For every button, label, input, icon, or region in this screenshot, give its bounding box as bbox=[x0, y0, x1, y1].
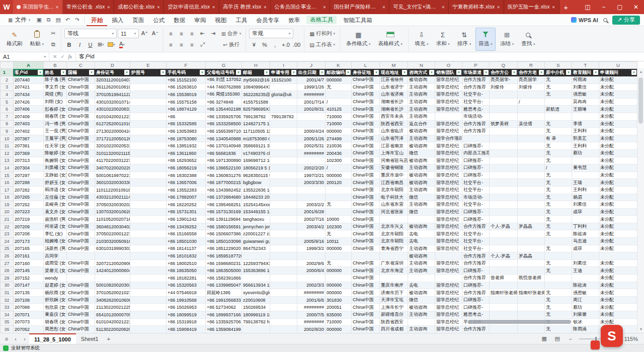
cell[interactable] bbox=[490, 216, 518, 223]
menu-item[interactable]: 公式 bbox=[148, 14, 169, 26]
header-cell[interactable]: 护照号▾ bbox=[130, 69, 167, 76]
filter-icon[interactable]: ▾ bbox=[374, 70, 379, 75]
cell[interactable] bbox=[130, 113, 167, 120]
cell[interactable] bbox=[270, 142, 297, 150]
scroll-up-icon[interactable]: ▲ bbox=[637, 68, 644, 75]
cell[interactable]: 未分配 bbox=[599, 171, 637, 179]
cell[interactable]: 留学总经纪 bbox=[435, 230, 462, 238]
formula-input[interactable]: 客户id bbox=[76, 53, 98, 60]
cell[interactable] bbox=[130, 135, 167, 142]
header-cell[interactable]: 现在地址▾ bbox=[380, 69, 408, 76]
cell[interactable] bbox=[130, 120, 167, 128]
cell[interactable] bbox=[130, 267, 167, 275]
cell[interactable] bbox=[270, 267, 297, 275]
column-header[interactable]: S bbox=[545, 62, 572, 69]
cell[interactable] bbox=[270, 230, 297, 238]
zoom-level[interactable]: 115% bbox=[624, 336, 638, 342]
cell[interactable]: 361126200108101416 bbox=[95, 83, 130, 91]
cell[interactable]: 留学总经纪 bbox=[435, 311, 462, 319]
cell[interactable]: +86 18101832 bbox=[167, 252, 206, 260]
cell[interactable]: 被动咨询 bbox=[408, 171, 435, 179]
cell[interactable]: 刘俊伶 bbox=[518, 83, 545, 91]
cell[interactable]: 杨眉 bbox=[572, 194, 599, 201]
cell[interactable]: 合作方推荐 bbox=[462, 223, 490, 230]
cell[interactable] bbox=[130, 311, 167, 319]
cell[interactable]: +86 18002510 bbox=[167, 259, 206, 267]
cell[interactable]: 207073 bbox=[14, 318, 44, 326]
align-left-icon[interactable]: ≡ bbox=[166, 40, 176, 49]
column-header[interactable]: U bbox=[599, 62, 637, 69]
cell[interactable]: 社交平台- bbox=[462, 91, 490, 99]
align-middle-icon[interactable]: ≡ bbox=[177, 29, 186, 38]
cell[interactable]: 凯悦曾老师 bbox=[518, 275, 545, 282]
cell[interactable]: +86 18302388 bbox=[167, 171, 206, 179]
cell[interactable]: 310113200211152925 bbox=[95, 149, 130, 157]
cell[interactable] bbox=[545, 113, 572, 120]
cell[interactable]: 未分配 bbox=[599, 230, 637, 238]
cell[interactable]: 207282 bbox=[14, 186, 44, 194]
cell[interactable]: 王利利 bbox=[572, 128, 599, 135]
row-header[interactable]: 22 bbox=[1, 223, 14, 230]
cell[interactable]: 留学总经纪 bbox=[435, 157, 462, 164]
cell[interactable] bbox=[270, 164, 297, 172]
cell[interactable]: 未分配 bbox=[599, 113, 637, 120]
copy-icon[interactable]: ⧉ bbox=[48, 40, 58, 49]
tab-close-icon[interactable]: ✕ bbox=[323, 5, 326, 10]
cell[interactable]: 罗晶晶 bbox=[518, 223, 545, 230]
cell[interactable]: 无 bbox=[545, 304, 572, 311]
filter-icon[interactable]: ▾ bbox=[160, 70, 166, 75]
cell[interactable]: 153449155 153449155 bbox=[242, 208, 270, 216]
cell[interactable]: China中国 bbox=[352, 120, 380, 128]
cell[interactable] bbox=[130, 296, 167, 304]
filter-icon[interactable]: ▾ bbox=[456, 70, 461, 75]
cell[interactable]: 上海市长宁 bbox=[380, 304, 408, 311]
row-header[interactable]: 12 bbox=[1, 149, 14, 157]
cell[interactable] bbox=[435, 113, 462, 120]
cell[interactable]: 000000 bbox=[326, 128, 352, 135]
cell[interactable] bbox=[297, 113, 326, 120]
cell[interactable]: 郭美艺 bbox=[572, 135, 599, 142]
cell[interactable]: 去电 bbox=[408, 282, 435, 289]
cell[interactable]: 合作方推荐 bbox=[462, 83, 490, 91]
cell[interactable]: 成菲 bbox=[572, 245, 599, 252]
cell[interactable]: China中国 bbox=[352, 230, 380, 238]
cell[interactable]: 207265 bbox=[14, 194, 44, 201]
cell[interactable]: 口碑推荐- bbox=[462, 164, 490, 172]
cell[interactable]: 西安市未央 bbox=[380, 113, 408, 120]
cell[interactable]: 无 bbox=[545, 208, 572, 216]
undo-icon[interactable]: ↶ bbox=[63, 17, 72, 23]
cell[interactable]: +86 18220252 bbox=[167, 201, 206, 209]
cell[interactable] bbox=[270, 326, 297, 333]
cell[interactable] bbox=[490, 282, 518, 289]
cell[interactable]: 371721200501264452 bbox=[95, 135, 130, 142]
font-name-select[interactable]: 等线▾ bbox=[64, 29, 117, 38]
cell[interactable]: ######## bbox=[297, 289, 326, 297]
column-header[interactable]: K bbox=[326, 62, 352, 69]
cell[interactable]: 无 bbox=[545, 245, 572, 252]
cell[interactable]: 207252 bbox=[14, 201, 44, 209]
cell[interactable] bbox=[518, 91, 545, 99]
cell[interactable]: 无 bbox=[545, 216, 572, 223]
cell[interactable] bbox=[408, 318, 435, 326]
cell[interactable]: +86 15320563 bbox=[167, 282, 206, 289]
cell[interactable] bbox=[130, 171, 167, 179]
filter-icon[interactable]: ▾ bbox=[61, 70, 66, 75]
cell[interactable] bbox=[435, 275, 462, 282]
cell[interactable]: 有 录 bbox=[545, 135, 572, 142]
cell[interactable]: 612725200110100019 bbox=[95, 120, 130, 128]
row-header[interactable]: 3 bbox=[1, 83, 14, 91]
cell[interactable]: 主动咨询 bbox=[408, 135, 435, 142]
cell[interactable] bbox=[490, 98, 518, 106]
cell[interactable]: 956613934 15320563 bbox=[242, 282, 270, 289]
row-header[interactable]: 20 bbox=[1, 208, 14, 216]
decrease-indent-icon[interactable]: ⇤ bbox=[198, 29, 207, 38]
cell[interactable]: China中国 bbox=[67, 91, 95, 99]
print-icon[interactable]: ▤ bbox=[53, 17, 63, 23]
assistant-mini-icon[interactable] bbox=[591, 340, 600, 349]
cell[interactable] bbox=[270, 208, 297, 216]
row-header[interactable]: 33 bbox=[1, 304, 14, 311]
cell[interactable]: 1997/2/21 bbox=[297, 171, 326, 179]
cell[interactable]: 710000 bbox=[326, 318, 352, 326]
cell[interactable]: 留学总经纪 bbox=[435, 282, 462, 289]
cell[interactable]: v17490376 chenxinyur bbox=[242, 149, 270, 157]
